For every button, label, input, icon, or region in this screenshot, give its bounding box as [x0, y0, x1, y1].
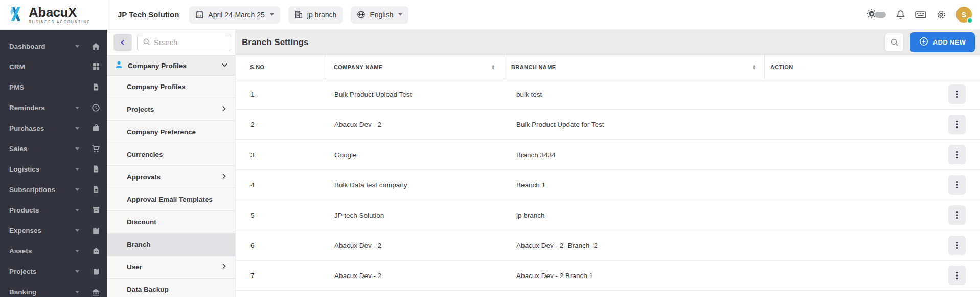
chevron-down-icon — [75, 107, 79, 109]
building-icon — [294, 10, 303, 19]
fiscal-year-selector[interactable]: FY April 24-March 25 — [189, 6, 280, 24]
sidebar-item-label: Expenses — [9, 227, 75, 235]
submenu-item-label: Currencies — [127, 151, 227, 158]
column-header-branch-name: BRANCH NAME ▲▼ — [504, 55, 765, 79]
chevron-down-icon — [75, 270, 79, 273]
submenu-item[interactable]: Approvals — [107, 166, 235, 188]
cell-branch-name: Branch 3434 — [504, 151, 765, 159]
sidebar-item[interactable]: Reminders — [0, 97, 107, 118]
app-window: AbacuX BUSINESS ACCOUNTING JP Tech Solut… — [0, 0, 980, 297]
kebab-vertical-dots-icon — [956, 120, 958, 129]
sidebar-item-label: Logistics — [9, 165, 75, 173]
submenu-item[interactable]: User — [107, 256, 235, 279]
submenu-item-label: Company Profiles — [127, 83, 227, 91]
submenu-group-header[interactable]: Company Profiles — [107, 55, 235, 76]
bank-icon — [92, 288, 100, 296]
submenu-item[interactable]: Data Backup — [107, 279, 235, 297]
sidebar-item-label: Subscriptions — [9, 186, 75, 194]
table-search-button[interactable] — [885, 33, 904, 52]
submenu-item-label: User — [127, 263, 221, 271]
add-new-button[interactable]: ADD NEW — [910, 32, 975, 52]
sidebar-item[interactable]: Banking — [0, 282, 107, 297]
cell-branch-name: Beanch 1 — [504, 181, 765, 189]
keyboard-icon[interactable] — [915, 10, 926, 19]
cell-company-name: Abacux Dev - 2 — [325, 242, 504, 249]
topbar-actions: S — [866, 7, 972, 23]
sidebar-item-label: Assets — [9, 247, 75, 255]
submenu-item[interactable]: Company Preference — [107, 121, 235, 143]
sidebar-item-label: Projects — [9, 268, 75, 275]
brand-tagline: BUSINESS ACCOUNTING — [29, 20, 91, 24]
sidebar-item-label: Banking — [9, 288, 75, 296]
sidebar-item[interactable]: Purchases — [0, 118, 107, 138]
sort-icon[interactable]: ▲▼ — [752, 65, 756, 70]
clipboard-icon — [92, 267, 100, 276]
row-actions-button[interactable] — [948, 205, 966, 225]
submenu-item[interactable]: Approval Email Templates — [107, 188, 235, 211]
main-content: Branch Settings ADD NEW — [235, 30, 980, 297]
cell-sno: 5 — [236, 211, 325, 219]
brand-name: AbacuX — [29, 6, 91, 19]
submenu-search — [137, 34, 231, 51]
submenu-item[interactable]: Discount — [107, 211, 235, 234]
submenu-search-input[interactable] — [154, 38, 225, 47]
sidebar-item[interactable]: Products — [0, 200, 107, 220]
column-header-company-name: COMPANY NAME ▲▼ — [325, 55, 504, 79]
sidebar-item-label: Products — [9, 206, 75, 214]
sidebar-item[interactable]: Projects — [0, 261, 107, 282]
brand-logo[interactable]: AbacuX BUSINESS ACCOUNTING — [0, 0, 107, 29]
row-actions-button[interactable] — [948, 236, 966, 255]
sidebar-item[interactable]: PMS — [0, 77, 107, 97]
sidebar-item[interactable]: Sales — [0, 138, 107, 159]
submenu-item-label: Discount — [127, 218, 227, 226]
sidebar-item[interactable]: Expenses — [0, 220, 107, 241]
sort-icon[interactable]: ▲▼ — [491, 65, 495, 70]
language-selector[interactable]: English — [351, 6, 408, 24]
cell-sno: 2 — [236, 121, 325, 129]
sidebar-item-label: Purchases — [9, 124, 75, 132]
page-header: Branch Settings ADD NEW — [236, 30, 980, 55]
sidebar-item-label: PMS — [9, 83, 75, 91]
submenu-item-label: Branch — [127, 241, 227, 248]
settings-gear-icon[interactable] — [936, 10, 946, 20]
chevron-down-icon — [75, 250, 79, 252]
cart-icon — [92, 144, 100, 153]
collapse-back-button[interactable] — [113, 34, 132, 51]
branch-selector[interactable]: jp branch — [288, 6, 343, 24]
logo-mark-icon — [8, 5, 25, 25]
row-actions-button[interactable] — [948, 266, 966, 285]
sidebar-item-label: Sales — [9, 145, 75, 153]
sidebar-item[interactable]: CRM — [0, 56, 107, 77]
kebab-vertical-dots-icon — [956, 211, 958, 219]
cell-sno: 7 — [236, 272, 325, 280]
sidebar-item[interactable]: Logistics — [0, 159, 107, 179]
submenu-item[interactable]: Currencies — [107, 143, 235, 166]
user-avatar[interactable]: S — [956, 7, 972, 23]
table-body: 1 Bulk Product Upload Test bulk test — [236, 79, 980, 297]
chevron-down-icon — [75, 168, 79, 171]
sidebar-item[interactable]: Dashboard — [0, 36, 107, 56]
sidebar-item[interactable]: Subscriptions — [0, 179, 107, 200]
chevron-right-icon — [221, 105, 227, 113]
cell-company-name: Bulk Product Upload Test — [325, 91, 504, 98]
home-icon — [92, 42, 100, 51]
cell-sno: 3 — [236, 151, 325, 159]
briefcase-icon — [92, 124, 100, 133]
cell-branch-name: Bulk Product Update for Test — [504, 121, 765, 129]
row-actions-button[interactable] — [948, 115, 966, 134]
row-actions-button[interactable] — [948, 145, 966, 164]
submenu-item[interactable]: Branch — [107, 234, 235, 256]
submenu-item[interactable]: Projects — [107, 98, 235, 121]
theme-toggle[interactable] — [866, 8, 886, 22]
submenu-item[interactable]: Company Profiles — [107, 76, 235, 98]
row-actions-button[interactable] — [948, 84, 966, 104]
add-new-label: ADD NEW — [933, 38, 966, 46]
search-icon — [143, 38, 150, 48]
chevron-down-icon — [270, 13, 274, 16]
submenu-group-label: Company Profiles — [128, 62, 217, 70]
fiscal-year-calendar-icon: FY — [195, 10, 204, 19]
svg-text:FY: FY — [198, 14, 202, 17]
notification-bell-icon[interactable] — [896, 10, 905, 19]
row-actions-button[interactable] — [948, 175, 966, 195]
sidebar-item[interactable]: Assets — [0, 241, 107, 261]
